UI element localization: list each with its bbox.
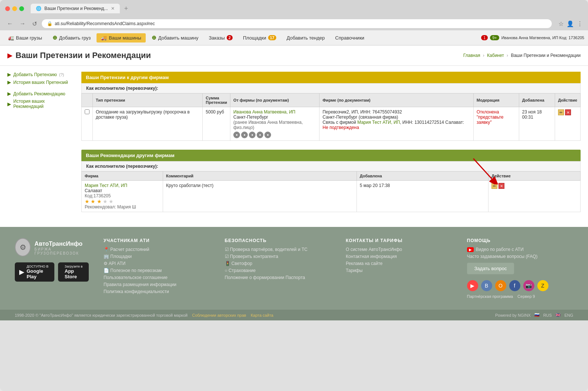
- back-button[interactable]: ←: [5, 20, 15, 28]
- browser-tab[interactable]: 🌐 Ваши Претензии и Рекоменд... ✕: [31, 4, 120, 13]
- sidebar-add-recommendation[interactable]: ▶ Добавить Рекомендацию: [7, 91, 74, 96]
- breadcrumb-cabinet[interactable]: Кабинет: [487, 53, 504, 58]
- social-fb[interactable]: f: [509, 280, 520, 291]
- footer-link-privacy[interactable]: Политика конфиденциальности: [104, 289, 210, 294]
- site-toolbar: 🚛 Ваши грузы ⊕ Добавить груз 🚚 Ваши маши…: [0, 30, 588, 45]
- lang-en[interactable]: ENG: [564, 313, 573, 317]
- orders-label: Заказы: [209, 35, 224, 41]
- maximize-button[interactable]: [19, 6, 24, 11]
- your-cargo-label: Ваши грузы: [16, 35, 42, 41]
- add-claim-help[interactable]: (?): [59, 72, 64, 77]
- notif-badge-1[interactable]: 1: [481, 35, 488, 40]
- menu-button[interactable]: ⋮: [577, 20, 583, 27]
- footer-link-advertising[interactable]: Реклама на сайте: [346, 261, 452, 266]
- breadcrumb-home[interactable]: Главная: [463, 53, 480, 58]
- google-play-text: ДОСТУПНО В Google Play: [27, 265, 50, 279]
- footer-link-traffic-light[interactable]: 🚦 Светофор: [225, 261, 331, 266]
- toolbar-add-truck[interactable]: ⊕ Добавить машину: [147, 33, 203, 43]
- claim-added-cell: 23 ноя 18 00:31: [519, 107, 555, 141]
- rec-firm-link[interactable]: Мария Тест АТИ, ИП: [85, 183, 127, 188]
- social-youtube[interactable]: ▶: [467, 280, 478, 291]
- claim-delete-button[interactable]: ✕: [565, 109, 571, 115]
- footer-link-video[interactable]: ▶ Видео по работе с АТИ: [467, 247, 574, 252]
- google-play-big: Google Play: [27, 268, 50, 279]
- col-moderation: Модерация: [473, 94, 519, 107]
- new-tab-button[interactable]: +: [124, 5, 128, 13]
- claim-moderation-cell: Отклонена "представьте заявку": [473, 107, 519, 141]
- footer-sitemap[interactable]: Карта сайта: [251, 313, 273, 317]
- rec-history-icon: ▶: [7, 101, 11, 107]
- sidebar-add-claim[interactable]: ▶ Добавить Претензию (?): [7, 72, 74, 77]
- claim-checkbox-cell: [82, 107, 93, 141]
- ask-question-button[interactable]: Задать вопрос: [467, 263, 514, 274]
- footer: ⚙ АвтоТрансИнфо БИРЖА ГРУЗОПЕРЕВОЗОК ▶ Д…: [0, 227, 588, 310]
- rec-firm-code: Код:1736205: [85, 193, 111, 198]
- toolbar-add-tender[interactable]: Добавить тендер: [282, 33, 329, 42]
- footer-link-contact[interactable]: Контактная информация: [346, 254, 452, 259]
- toolbar-platforms[interactable]: Площадки 17: [239, 33, 281, 42]
- profile-button[interactable]: 👤: [567, 20, 574, 27]
- footer-link-faq[interactable]: Часто задаваемые вопросы (FAQ): [467, 254, 574, 259]
- breadcrumb-current: Ваши Претензии и Рекомендации: [511, 53, 581, 58]
- toolbar-directories[interactable]: Справочники: [331, 33, 369, 42]
- claim-to-link[interactable]: Мария Тест АТИ, ИП: [357, 120, 400, 125]
- star4: ★: [103, 198, 108, 204]
- claim-from-cell: Иванова Анна Матвеевна, ИП Санкт-Петербу…: [230, 107, 320, 141]
- lang-ru[interactable]: RUS: [543, 313, 552, 317]
- forward-button[interactable]: →: [18, 20, 27, 28]
- footer-link-api[interactable]: ⚙ API АТИ: [104, 261, 210, 266]
- claim-from-firm-link[interactable]: Иванова Анна Матвеевна, ИП: [233, 109, 295, 115]
- footer-link-placement[interactable]: Правила размещения информации: [104, 282, 210, 287]
- rec-delete-button[interactable]: ✕: [499, 183, 504, 189]
- claim-edit-button[interactable]: ✏: [558, 109, 564, 115]
- footer-col-help: ПОМОЩЬ ▶ Видео по работе с АТИ Часто зад…: [467, 238, 574, 299]
- claim-to-cell: Перевозчик2, ИП, ИНН: 764755074932 Санкт…: [320, 107, 473, 141]
- footer-link-about[interactable]: О системе АвтоТрансИнфо: [346, 247, 452, 252]
- social-zen[interactable]: Z: [537, 280, 548, 291]
- app-store-badge[interactable]: Загрузите в App Store: [58, 262, 89, 282]
- toolbar-orders[interactable]: Заказы 2: [204, 33, 237, 42]
- social-instagram[interactable]: 📷: [523, 280, 534, 291]
- col-to: Фирме (по документам): [320, 94, 473, 107]
- footer-link-passport[interactable]: Положение о формировании Паспорта: [225, 275, 331, 280]
- page-content: ▶ Ваши Претензии и Рекомендации Главная …: [0, 45, 588, 227]
- tab-close-icon[interactable]: ✕: [111, 6, 115, 11]
- social-ok[interactable]: О: [495, 280, 506, 291]
- social-vk[interactable]: В: [481, 280, 492, 291]
- google-play-badge[interactable]: ▶ ДОСТУПНО В Google Play: [15, 262, 54, 282]
- col-type: Тип претензии: [93, 94, 203, 107]
- sidebar-claim-history[interactable]: ▶ История ваших Претензий: [7, 79, 74, 85]
- claim-from-note: (ранее Иванова Анна Матвеевна, физ.лицо): [233, 120, 303, 130]
- bookmark-button[interactable]: ☆: [558, 20, 564, 27]
- footer-link-useful[interactable]: 📄 Полезное по перевозкам: [104, 268, 210, 273]
- sidebar-rec-history[interactable]: ▶ История ваших Рекомендаций: [7, 99, 74, 109]
- footer-link-platforms[interactable]: 🏢 Площадки: [104, 254, 210, 259]
- footer-link-tariffs[interactable]: Тарифы: [346, 268, 452, 273]
- footer-link-insurance[interactable]: ○ Страхование: [225, 268, 331, 273]
- star2: ★: [91, 198, 95, 204]
- footer-link-distances[interactable]: 📍 Расчет расстояний: [104, 247, 210, 252]
- footer-col-contacts: КОНТАКТЫ И ТАРИФЫ О системе АвтоТрансИнф…: [346, 238, 452, 299]
- footer-link-check-partners[interactable]: ☑ Проверка партнёров, водителей и ТС: [225, 247, 331, 252]
- toolbar-add-cargo[interactable]: ⊕ Добавить груз: [48, 33, 95, 43]
- footer-copyright-link[interactable]: Соблюдении авторских прав: [192, 313, 246, 317]
- address-bar[interactable]: 🔒 ati.su/Reliability/RecommendsAndClaims…: [42, 19, 552, 28]
- rec-edit-button[interactable]: ✏: [491, 183, 497, 189]
- claim-checkbox[interactable]: [85, 109, 89, 114]
- toolbar-your-trucks[interactable]: 🚚 Ваши машины: [97, 33, 146, 42]
- rec-col-comment: Комментарий: [163, 171, 357, 181]
- breadcrumb: Главная › Кабинет › Ваши Претензии и Рек…: [463, 53, 581, 58]
- claim-history-label: История ваших Претензий: [13, 80, 68, 85]
- minimize-button[interactable]: [12, 6, 17, 11]
- footer-col-2-title: БЕЗОПАСНОСТЬ: [225, 238, 331, 243]
- footer-link-agreement[interactable]: Пользовательское соглашение: [104, 275, 210, 280]
- reload-button[interactable]: ↺: [30, 20, 39, 28]
- close-button[interactable]: [5, 6, 10, 11]
- app-store-small: Загрузите в: [65, 265, 84, 268]
- footer-link-check-contractor[interactable]: ☑ Проверить контрагента: [225, 254, 331, 259]
- rec-added-date: 5 мар 20 17:38: [360, 183, 390, 188]
- cargo-icon: 🚛: [8, 35, 14, 41]
- notif-badge-2[interactable]: 9+: [490, 35, 499, 40]
- toolbar-your-cargo[interactable]: 🚛 Ваши грузы: [4, 33, 47, 42]
- claim-moderation-status: Отклонена: [477, 109, 499, 115]
